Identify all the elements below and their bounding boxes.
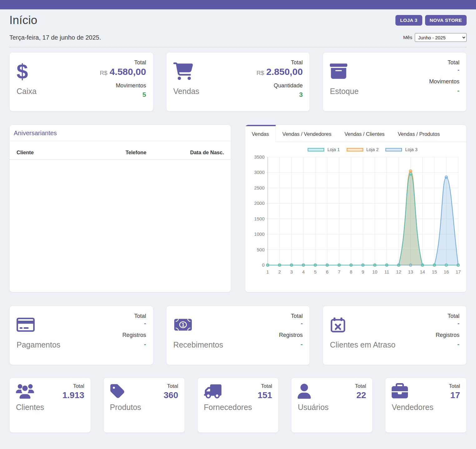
calendar-x-icon (330, 316, 346, 335)
legend-swatch (385, 148, 402, 151)
legend-label: Loja 3 (405, 147, 418, 152)
archive-box-icon (330, 62, 347, 81)
total-label: Total (62, 383, 84, 389)
dollar-sign-icon: $ (17, 62, 28, 81)
page-header: Início LOJA 3 NOVA STORE (9, 9, 467, 27)
svg-text:1000: 1000 (254, 231, 265, 237)
total-value: R$2.850,00 (256, 67, 303, 77)
tab-vendas[interactable]: Vendas (245, 125, 276, 142)
vendedores-card: Total 17 Vendedores (385, 377, 467, 433)
shopping-cart-icon (173, 62, 193, 81)
current-date: Terça-feira, 17 de junho de 2025. (9, 34, 101, 41)
column-data-nasc: Data de Nasc. (179, 150, 224, 155)
svg-text:2000: 2000 (254, 200, 265, 206)
column-cliente: Cliente (17, 150, 126, 155)
finance-cards-row: Pagamentos Total - Registros - (9, 306, 467, 365)
tab-vendas-produtos[interactable]: Vendas / Produtos (391, 125, 446, 142)
new-store-button[interactable]: NOVA STORE (425, 15, 467, 26)
legend-item[interactable]: Loja 1 (308, 147, 340, 152)
svg-text:2: 2 (278, 269, 281, 274)
clientes-atraso-card: Clientes em Atraso Total - Registros - (323, 306, 467, 365)
total-value: - (144, 320, 146, 327)
card-label: Recebimentos (173, 340, 223, 349)
currency-prefix: R$ (256, 70, 264, 76)
total-value: 17 (449, 390, 460, 400)
total-label: Total (291, 313, 303, 319)
summary-cards-row: $ Caixa Total R$4.580,00 Movimentos 5 Ve… (9, 52, 467, 111)
legend-swatch (347, 148, 363, 151)
svg-text:3: 3 (290, 269, 293, 274)
svg-text:8: 8 (350, 269, 352, 274)
legend-label: Loja 1 (327, 147, 340, 152)
svg-text:10: 10 (372, 269, 378, 274)
records-label: Registros (436, 332, 459, 338)
count-cards-row: Total 1.913 Clientes Total 360 Produtos (9, 377, 467, 433)
svg-text:16: 16 (444, 269, 449, 274)
total-label: Total (291, 59, 303, 66)
user-icon (298, 384, 311, 400)
produtos-card: Total 360 Produtos (103, 377, 185, 433)
date-row: Terça-feira, 17 de junho de 2025. Mês Ju… (9, 33, 467, 42)
chart-legend: Loja 1Loja 2Loja 3 (251, 147, 462, 152)
svg-text:3500: 3500 (254, 154, 265, 160)
users-icon (16, 384, 34, 400)
svg-text:2500: 2500 (254, 185, 265, 190)
records-value: - (300, 340, 303, 348)
total-value: 151 (258, 390, 272, 400)
svg-text:15: 15 (432, 269, 437, 274)
movements-value: 5 (142, 91, 146, 98)
svg-text:3000: 3000 (254, 170, 265, 175)
svg-text:7: 7 (338, 269, 340, 274)
svg-text:4: 4 (302, 269, 305, 274)
svg-text:1: 1 (181, 322, 185, 328)
svg-text:5: 5 (314, 269, 316, 274)
total-label: Total (448, 59, 459, 66)
svg-text:14: 14 (420, 269, 425, 274)
tab-vendas-vendedores[interactable]: Vendas / Vendedores (276, 125, 338, 142)
legend-item[interactable]: Loja 3 (385, 147, 418, 152)
records-value: - (144, 340, 146, 348)
tab-vendas-clientes[interactable]: Vendas / Clientes (338, 125, 391, 142)
svg-text:0: 0 (262, 262, 265, 268)
total-value: 360 (164, 390, 178, 400)
vendas-card: Vendas Total R$2.850,00 Quantidade 3 (166, 52, 310, 111)
month-select[interactable]: Junho - 2025 (415, 33, 467, 42)
tag-icon (110, 383, 125, 401)
movements-value: - (457, 87, 459, 94)
column-telefone: Telefone (126, 150, 179, 155)
svg-text:13: 13 (408, 269, 413, 274)
total-value: - (458, 67, 459, 73)
total-label: Total (355, 383, 366, 389)
birthdays-title: Aniversariantes (10, 125, 231, 141)
birthdays-table-header: Cliente Telefone Data de Nasc. (10, 146, 231, 160)
total-label: Total (258, 383, 272, 389)
card-label: Fornecedores (204, 403, 272, 412)
currency-prefix: R$ (100, 70, 107, 76)
svg-text:17: 17 (456, 269, 461, 274)
card-label: Caixa (17, 87, 37, 96)
legend-item[interactable]: Loja 2 (347, 147, 379, 152)
money-bill-icon: 1 (173, 317, 193, 334)
clientes-card: Total 1.913 Clientes (9, 377, 91, 433)
card-label: Usuários (298, 403, 366, 412)
legend-swatch (308, 148, 324, 151)
svg-text:12: 12 (396, 269, 401, 274)
records-value: - (457, 340, 459, 348)
birthdays-panel: Aniversariantes Cliente Telefone Data de… (9, 125, 231, 292)
total-label: Total (134, 59, 146, 66)
total-value: - (301, 320, 303, 327)
store-button[interactable]: LOJA 3 (395, 15, 422, 26)
total-label: Total (449, 383, 460, 389)
card-label: Clientes em Atraso (330, 340, 395, 349)
total-label: Total (448, 313, 459, 319)
svg-text:500: 500 (257, 247, 265, 252)
svg-text:1: 1 (266, 269, 269, 274)
total-value: 22 (355, 390, 366, 400)
svg-text:1500: 1500 (254, 216, 265, 221)
total-value: 1.913 (62, 390, 84, 400)
svg-text:9: 9 (362, 269, 364, 274)
card-label: Estoque (330, 87, 359, 96)
sales-chart-panel: Vendas Vendas / Vendedores Vendas / Clie… (245, 125, 467, 292)
top-accent-bar (0, 0, 476, 9)
total-label: Total (134, 313, 146, 319)
